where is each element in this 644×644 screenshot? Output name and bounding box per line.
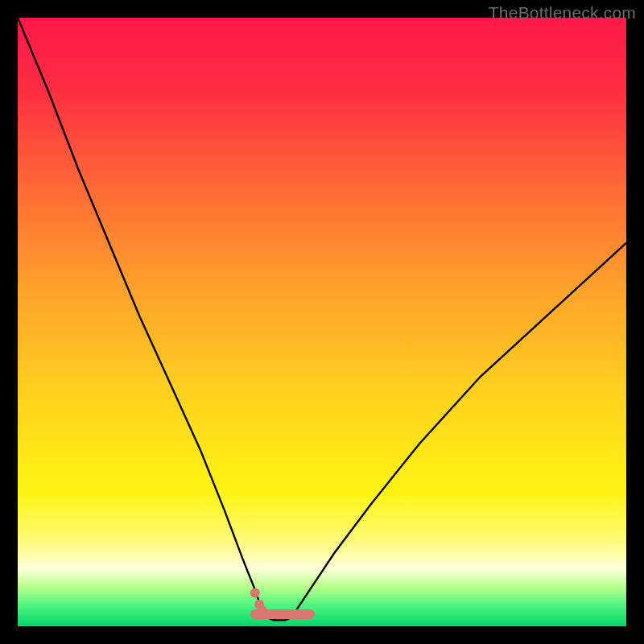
attribution-label: TheBottleneck.com (489, 3, 636, 23)
marker-dot (258, 605, 267, 615)
gradient-background (18, 18, 626, 626)
chart-stage: TheBottleneck.com (0, 0, 644, 644)
chart-plot-area (18, 18, 626, 626)
marker-dot (250, 588, 260, 597)
